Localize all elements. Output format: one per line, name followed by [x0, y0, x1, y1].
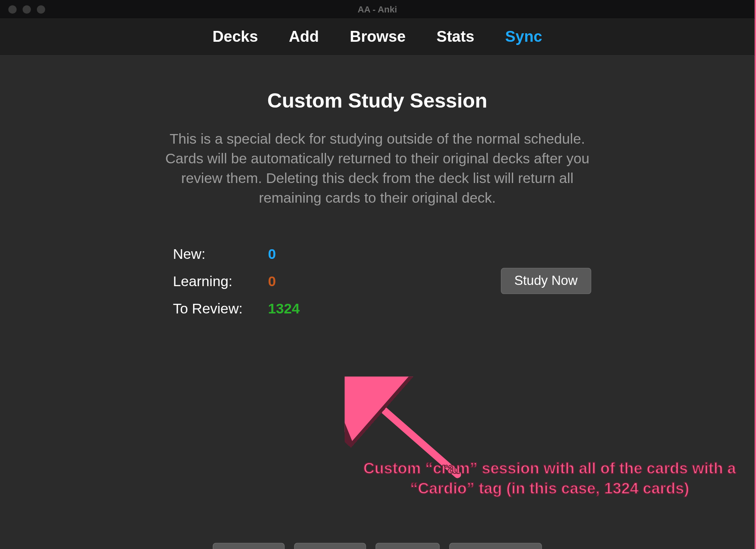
study-stats: New: 0 Learning: 0 To Review: 1324 — [173, 241, 300, 322]
zoom-icon[interactable] — [37, 5, 45, 14]
stat-review-value: 1324 — [268, 295, 300, 322]
window-traffic-lights — [0, 5, 45, 14]
empty-button[interactable]: Empty — [375, 543, 440, 549]
study-now-button[interactable]: Study Now — [501, 268, 591, 294]
description-button[interactable]: Description — [449, 543, 542, 549]
window-title: AA - Anki — [0, 4, 755, 14]
nav-decks[interactable]: Decks — [212, 27, 258, 46]
svg-line-1 — [363, 391, 458, 474]
nav-browse[interactable]: Browse — [350, 27, 406, 46]
stat-review-label: To Review: — [173, 295, 268, 322]
annotation-arrow-icon — [344, 376, 475, 489]
stat-learning-label: Learning: — [173, 268, 268, 295]
stat-row-new: New: 0 — [173, 241, 300, 268]
nav-stats[interactable]: Stats — [436, 27, 474, 46]
options-button[interactable]: Options — [212, 543, 285, 549]
close-icon[interactable] — [8, 5, 17, 14]
minimize-icon[interactable] — [22, 5, 31, 14]
deck-description: This is a special deck for studying outs… — [151, 129, 603, 207]
annotation-text: Custom “cram” session with all of the ca… — [363, 459, 737, 499]
nav-add[interactable]: Add — [289, 27, 319, 46]
main-content: Custom Study Session This is a special d… — [0, 56, 755, 549]
stat-learning-value: 0 — [268, 268, 276, 295]
rebuild-button[interactable]: Rebuild — [294, 543, 366, 549]
top-nav: Decks Add Browse Stats Sync — [0, 19, 755, 56]
nav-sync[interactable]: Sync — [505, 27, 542, 46]
stat-new-label: New: — [173, 241, 268, 268]
stat-new-value: 0 — [268, 241, 276, 268]
page-title: Custom Study Session — [0, 89, 755, 112]
stat-row-learning: Learning: 0 — [173, 268, 300, 295]
bottom-button-bar: Options Rebuild Empty Description — [0, 543, 755, 549]
stat-row-review: To Review: 1324 — [173, 295, 300, 322]
window-titlebar: AA - Anki — [0, 0, 755, 19]
